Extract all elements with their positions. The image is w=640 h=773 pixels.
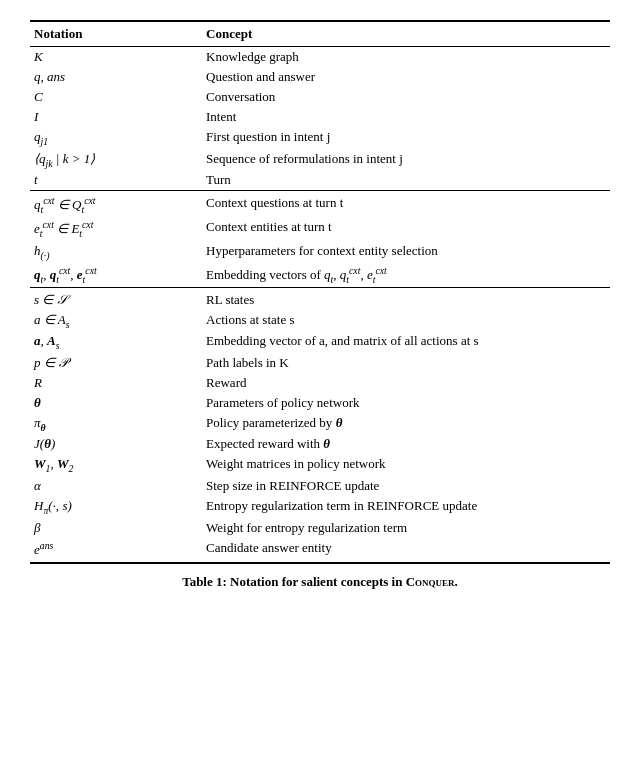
table-row: CConversation [30,87,610,107]
notation-cell: πθ [30,413,202,435]
table-row: qj1First question in intent j [30,127,610,149]
concept-cell: Embedding vector of a, and matrix of all… [202,331,610,353]
col-concept-header: Concept [202,21,610,47]
concept-cell: Actions at state s [202,310,610,332]
table-row: IIntent [30,107,610,127]
table-row: p ∈ 𝒫Path labels in K [30,353,610,373]
notation-cell: J(θ) [30,434,202,454]
concept-cell: Context entities at turn t [202,217,610,241]
table-row: s ∈ 𝒮RL states [30,287,610,310]
notation-cell: eans [30,538,202,563]
notation-cell: qtcxt ∈ Qtcxt [30,191,202,217]
table-row: eansCandidate answer entity [30,538,610,563]
concept-cell: Candidate answer entity [202,538,610,563]
table-row: a, AsEmbedding vector of a, and matrix o… [30,331,610,353]
concept-cell: Conversation [202,87,610,107]
concept-cell: Expected reward with θ [202,434,610,454]
table-row: qt, qtcxt, etcxtEmbedding vectors of qt,… [30,263,610,287]
notation-cell: Hπ(·, s) [30,496,202,518]
notation-cell: θ [30,393,202,413]
notation-cell: a, As [30,331,202,353]
notation-cell: q, ans [30,67,202,87]
concept-cell: Sequence of reformulations in intent j [202,149,610,171]
table-row: πθPolicy parameterized by θ [30,413,610,435]
concept-cell: Turn [202,170,610,191]
concept-cell: Reward [202,373,610,393]
notation-cell: W1, W2 [30,454,202,476]
concept-cell: Entropy regularization term in REINFORCE… [202,496,610,518]
concept-cell: Parameters of policy network [202,393,610,413]
concept-cell: Context questions at turn t [202,191,610,217]
notation-cell: a ∈ As [30,310,202,332]
concept-cell: Knowledge graph [202,47,610,68]
notation-cell: β [30,518,202,538]
table-row: etcxt ∈ EtcxtContext entities at turn t [30,217,610,241]
table-row: tTurn [30,170,610,191]
table-row: αStep size in REINFORCE update [30,476,610,496]
notation-cell: C [30,87,202,107]
notation-cell: qt, qtcxt, etcxt [30,263,202,287]
table-row: KKnowledge graph [30,47,610,68]
concept-cell: Weight matrices in policy network [202,454,610,476]
table-row: J(θ)Expected reward with θ [30,434,610,454]
notation-cell: p ∈ 𝒫 [30,353,202,373]
table-row: Hπ(·, s)Entropy regularization term in R… [30,496,610,518]
notation-cell: t [30,170,202,191]
notation-cell: s ∈ 𝒮 [30,287,202,310]
table-row: h(·)Hyperparameters for context entity s… [30,241,610,263]
concept-cell: First question in intent j [202,127,610,149]
notation-cell: α [30,476,202,496]
concept-cell: Hyperparameters for context entity selec… [202,241,610,263]
notation-cell: h(·) [30,241,202,263]
concept-cell: Intent [202,107,610,127]
table-container: Notation Concept KKnowledge graphq, ansQ… [30,20,610,594]
table-row: θParameters of policy network [30,393,610,413]
table-row: RReward [30,373,610,393]
table-row: βWeight for entropy regularization term [30,518,610,538]
notation-cell: qj1 [30,127,202,149]
table-row: ⟨qjk | k > 1⟩Sequence of reformulations … [30,149,610,171]
table-row: W1, W2Weight matrices in policy network [30,454,610,476]
concept-cell: Embedding vectors of qt, qtcxt, etcxt [202,263,610,287]
notation-cell: ⟨qjk | k > 1⟩ [30,149,202,171]
col-notation-header: Notation [30,21,202,47]
concept-cell: RL states [202,287,610,310]
concept-cell: Policy parameterized by θ [202,413,610,435]
notation-cell: R [30,373,202,393]
table-row: q, ansQuestion and answer [30,67,610,87]
notation-cell: I [30,107,202,127]
notation-cell: etcxt ∈ Etcxt [30,217,202,241]
table-row: qtcxt ∈ QtcxtContext questions at turn t [30,191,610,217]
notation-table: Notation Concept KKnowledge graphq, ansQ… [30,20,610,564]
table-row: a ∈ AsActions at state s [30,310,610,332]
concept-cell: Weight for entropy regularization term [202,518,610,538]
concept-cell: Path labels in K [202,353,610,373]
notation-cell: K [30,47,202,68]
concept-cell: Step size in REINFORCE update [202,476,610,496]
table-caption: Table 1: Notation for salient concepts i… [30,574,610,590]
concept-cell: Question and answer [202,67,610,87]
